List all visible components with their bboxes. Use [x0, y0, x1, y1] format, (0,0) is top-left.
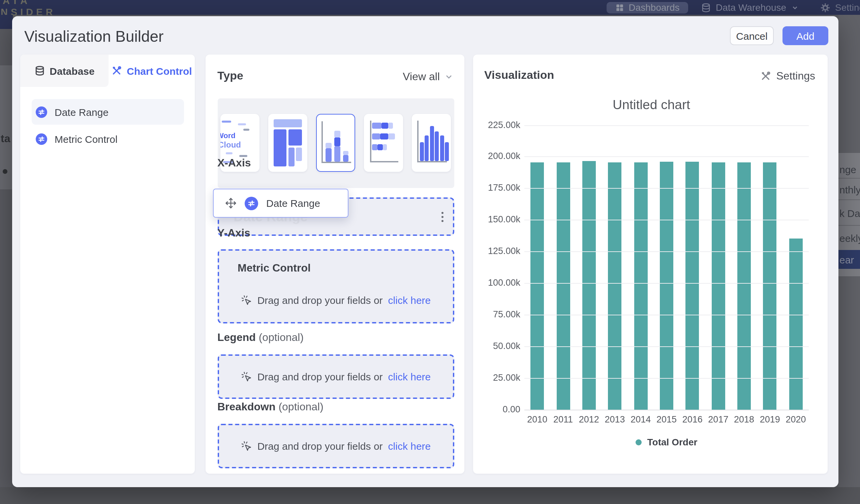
bar: [634, 162, 647, 410]
x-axis-tick-label: 2019: [757, 414, 783, 424]
y-axis-section-label: Y-Axis: [217, 227, 250, 239]
chart-type-stacked-bar[interactable]: [363, 114, 403, 172]
dropdown-item-fragment: nge: [840, 164, 856, 175]
background-left-strip-mid: ta: [0, 66, 13, 189]
word-cloud-word: Word: [220, 131, 235, 140]
cancel-button[interactable]: Cancel: [730, 26, 774, 45]
gridline: [524, 378, 809, 379]
visualization-panel: Visualization Settings Untitled chart 22…: [473, 55, 827, 474]
logo-line-1: ATA: [3, 0, 30, 6]
word-cloud-word: Cloud: [220, 140, 241, 149]
gridline: [524, 188, 809, 189]
bar: [763, 162, 777, 410]
click-here-link[interactable]: click here: [388, 440, 431, 452]
bullet-dot: [3, 169, 8, 174]
view-all-dropdown[interactable]: View all: [403, 71, 453, 83]
dashboards-grid-icon: [615, 3, 624, 12]
legend-marker-dot: [636, 439, 642, 445]
gridline: [524, 410, 809, 411]
nav-settings-label: Settings: [835, 2, 860, 13]
chart-type-column[interactable]: [412, 114, 450, 172]
gridline: [524, 346, 809, 347]
gridline: [524, 315, 809, 315]
sliders-icon: [36, 133, 47, 145]
bar-chart-plot-area: 225.00k200.00k175.00k150.00k125.00k100.0…: [524, 125, 809, 410]
x-axis-tick-label: 2011: [550, 414, 576, 424]
legend-dropzone[interactable]: Drag and drop your fields or click here: [217, 355, 454, 399]
breakdown-section-label: Breakdown (optional): [217, 401, 324, 413]
divider: [838, 177, 860, 178]
y-axis-tick-label: 125.00k: [488, 246, 520, 256]
legend-series-label: Total Order: [647, 437, 698, 447]
x-axis-dropzone[interactable]: Date Range Date: [217, 198, 454, 236]
bar: [582, 161, 596, 410]
background-left-strip-top: al: [0, 29, 13, 66]
database-icon: [701, 3, 711, 13]
bar: [712, 162, 725, 410]
x-axis-tick-label: 2010: [524, 414, 550, 424]
dragged-field-date-range[interactable]: Date Range: [213, 189, 348, 218]
nav-dashboards-label: Dashboards: [629, 2, 680, 13]
y-axis-tick-label: 100.00k: [488, 278, 520, 288]
kebab-menu-icon[interactable]: [439, 209, 446, 225]
y-axis-tick-label: 25.00k: [493, 373, 520, 383]
dropdown-item-fragment: nthly: [840, 184, 860, 196]
dragged-field-label: Date Range: [266, 198, 320, 209]
screen: ATA NSIDER Dashboards Data Warehouse: [0, 0, 860, 504]
y-axis-tick-label: 50.00k: [493, 341, 520, 351]
nav-dashboards-button[interactable]: Dashboards: [606, 2, 688, 13]
y-axis-dropzone[interactable]: Metric Control Drag and drop your fields…: [217, 249, 454, 323]
dropdown-item-selected: ear: [838, 250, 860, 269]
gridline: [524, 252, 809, 252]
chart-settings-label: Settings: [776, 70, 815, 82]
dropdown-item-fragment: k Date: [840, 207, 860, 219]
field-item-metric-control[interactable]: Metric Control: [32, 126, 184, 152]
y-axis-tick-label: 175.00k: [488, 183, 520, 193]
nav-data-warehouse-button[interactable]: Data Warehouse: [701, 2, 798, 13]
gridline: [524, 283, 809, 284]
x-axis-tick-label: 2018: [731, 414, 757, 424]
y-axis-tick-label: 150.00k: [488, 215, 520, 225]
chart-legend: Total Order: [524, 437, 809, 447]
nav-left-extension: [0, 15, 13, 29]
click-here-link[interactable]: click here: [388, 371, 431, 383]
y-axis-tick-label: 0.00: [502, 404, 520, 414]
x-axis-tick-label: 2020: [783, 414, 809, 424]
type-section-label: Type: [217, 69, 243, 83]
add-button[interactable]: Add: [783, 26, 828, 45]
x-axis-tick-label: 2017: [705, 414, 731, 424]
chart-title: Untitled chart: [493, 97, 810, 113]
field-item-date-range[interactable]: Date Range: [32, 99, 184, 125]
x-axis-section-label: X-Axis: [217, 157, 251, 169]
tab-chart-control[interactable]: Chart Control: [109, 55, 195, 87]
database-icon: [34, 66, 45, 76]
sliders-icon: [36, 106, 47, 118]
y-axis-tick-label: 225.00k: [488, 119, 520, 130]
click-here-link[interactable]: click here: [388, 294, 431, 306]
chart-settings-button[interactable]: Settings: [760, 70, 815, 82]
breakdown-dropzone[interactable]: Drag and drop your fields or click here: [217, 424, 454, 468]
visualization-panel-title: Visualization: [484, 69, 554, 82]
chart-type-treemap[interactable]: [268, 114, 307, 172]
y-axis-tick-label: 200.00k: [488, 151, 520, 161]
background-subheading-fragment: ta: [1, 133, 10, 145]
chart-type-stacked-column-selected[interactable]: [316, 114, 355, 172]
tab-database[interactable]: Database: [20, 55, 109, 87]
background-left-strip-bottom: [0, 189, 13, 487]
tools-icon: [111, 66, 122, 76]
nav-settings-button[interactable]: Settings: [820, 2, 860, 13]
field-item-label: Metric Control: [55, 133, 118, 145]
gear-icon: [820, 3, 830, 13]
x-axis-tick-label: 2014: [628, 414, 654, 424]
gridline: [524, 125, 809, 126]
divider: [838, 225, 860, 226]
chart-type-carousel: Word Cloud: [217, 98, 454, 188]
move-icon: [225, 198, 236, 209]
x-axis-tick-label: 2013: [602, 414, 628, 424]
metric-control-title: Metric Control: [238, 262, 311, 274]
bar: [789, 238, 803, 410]
chevron-down-icon: [444, 72, 453, 82]
gridline: [524, 157, 809, 157]
bar: [660, 162, 673, 410]
nav-data-warehouse-label: Data Warehouse: [716, 2, 786, 13]
